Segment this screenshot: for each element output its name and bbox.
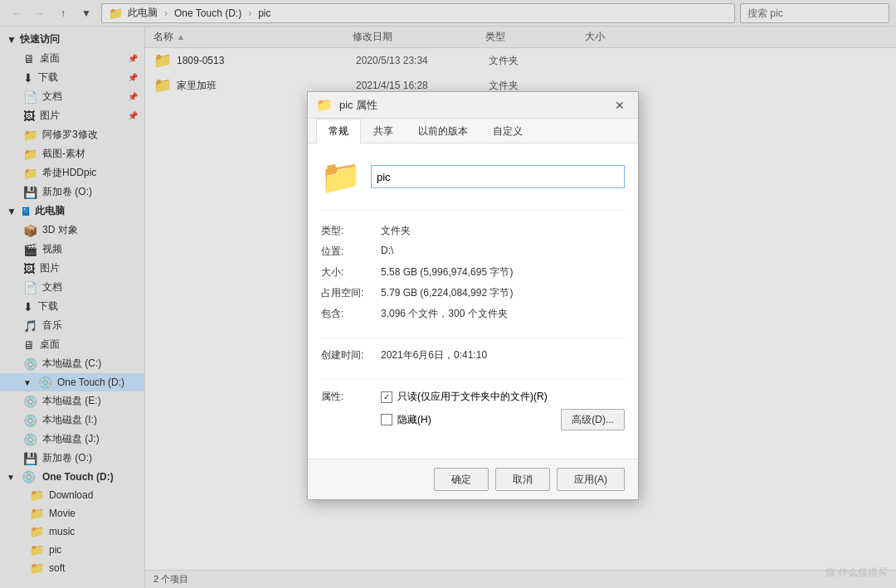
apply-button[interactable]: 应用(A)	[557, 468, 625, 491]
properties-section: 类型: 文件夹 位置: D:\ 大小: 5.58 GB (5,996,974,6…	[321, 224, 625, 338]
prop-row-created: 创建时间: 2021年6月6日，0:41:10	[321, 348, 625, 362]
tab-previous[interactable]: 以前的版本	[406, 119, 480, 143]
prop-value-created: 2021年6月6日，0:41:10	[381, 348, 625, 362]
ok-button[interactable]: 确定	[434, 468, 489, 491]
watermark-text: 值 什么值得买	[825, 566, 888, 580]
tab-general[interactable]: 常规	[316, 119, 361, 143]
prop-row-type: 类型: 文件夹	[321, 224, 625, 238]
prop-row-size: 大小: 5.58 GB (5,996,974,695 字节)	[321, 265, 625, 279]
prop-label-contains: 包含:	[321, 307, 381, 321]
dialog-buttons: 确定 取消 应用(A)	[308, 459, 638, 499]
folder-big-icon: 📁	[321, 157, 361, 197]
folder-name-row: 📁	[321, 157, 625, 211]
prop-label-location: 位置:	[321, 245, 381, 259]
prop-value-size: 5.58 GB (5,996,974,695 字节)	[381, 265, 625, 279]
prop-row-location: 位置: D:\	[321, 245, 625, 259]
attributes-section: 属性: 只读(仅应用于文件夹中的文件)(R) 隐藏(H) 高级(D)...	[321, 390, 625, 435]
attr-row-readonly: 只读(仅应用于文件夹中的文件)(R)	[381, 390, 625, 404]
prop-label-created: 创建时间:	[321, 348, 381, 362]
prop-value-type: 文件夹	[381, 224, 625, 238]
prop-value-contains: 3,096 个文件，300 个文件夹	[381, 307, 625, 321]
readonly-label: 只读(仅应用于文件夹中的文件)(R)	[397, 390, 548, 404]
advanced-button[interactable]: 高级(D)...	[561, 409, 625, 430]
prop-label-attributes: 属性:	[321, 390, 381, 404]
tab-customize[interactable]: 自定义	[480, 119, 535, 143]
dialog-close-button[interactable]: ✕	[610, 95, 630, 115]
attr-row-hidden: 隐藏(H) 高级(D)...	[381, 409, 625, 430]
created-section: 创建时间: 2021年6月6日，0:41:10	[321, 348, 625, 380]
dialog-title-text: pic 属性	[339, 98, 603, 113]
watermark: 值 什么值得买	[825, 566, 888, 580]
hidden-checkbox[interactable]	[381, 414, 392, 425]
dialog-overlay: 📁 pic 属性 ✕ 常规 共享 以前的版本 自定义 📁 类型: 文件夹	[0, 0, 896, 588]
prop-row-contains: 包含: 3,096 个文件，300 个文件夹	[321, 307, 625, 321]
folder-name-input[interactable]	[371, 165, 625, 188]
prop-label-size: 大小:	[321, 265, 381, 279]
dialog-tabs: 常规 共享 以前的版本 自定义	[308, 119, 638, 143]
properties-dialog: 📁 pic 属性 ✕ 常规 共享 以前的版本 自定义 📁 类型: 文件夹	[307, 91, 639, 500]
prop-row-disksize: 占用空间: 5.79 GB (6,224,084,992 字节)	[321, 286, 625, 300]
prop-value-location: D:\	[381, 245, 625, 256]
tab-share[interactable]: 共享	[361, 119, 406, 143]
prop-row-attributes: 属性: 只读(仅应用于文件夹中的文件)(R) 隐藏(H) 高级(D)...	[321, 390, 625, 435]
dialog-title-icon: 📁	[316, 97, 333, 113]
prop-label-type: 类型:	[321, 224, 381, 238]
dialog-title-bar: 📁 pic 属性 ✕	[308, 92, 638, 119]
readonly-checkbox[interactable]	[381, 391, 392, 403]
prop-value-disksize: 5.79 GB (6,224,084,992 字节)	[381, 286, 625, 300]
dialog-content: 📁 类型: 文件夹 位置: D:\ 大小: 5.58 GB (5,996,974…	[308, 143, 638, 459]
attributes-controls: 只读(仅应用于文件夹中的文件)(R) 隐藏(H) 高级(D)...	[381, 390, 625, 435]
cancel-button[interactable]: 取消	[495, 468, 550, 491]
hidden-label: 隐藏(H)	[397, 413, 431, 427]
prop-label-disksize: 占用空间:	[321, 286, 381, 300]
